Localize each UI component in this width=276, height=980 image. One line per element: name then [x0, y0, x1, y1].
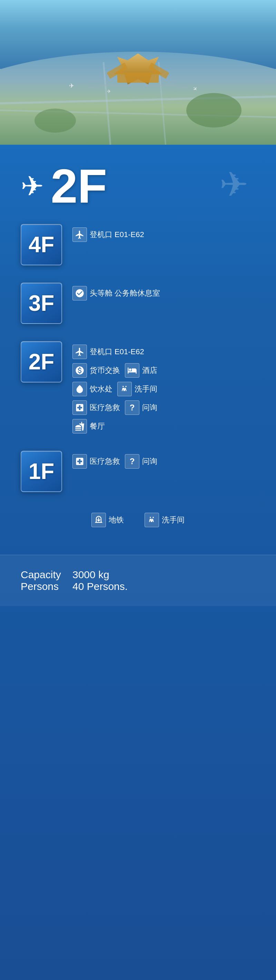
restroom-icon-2f [117, 382, 132, 396]
floor-services-1f: 医疗急救 ? 问询 [72, 451, 255, 469]
restaurant-label: 餐厅 [90, 421, 105, 431]
medical-label-2f: 医疗急救 [90, 402, 120, 413]
service-row-2f-5: 餐厅 [72, 419, 255, 433]
service-water-2f: 饮水处 [72, 382, 112, 396]
water-fountain-icon [72, 382, 87, 396]
restroom-label-bottom: 洗手间 [162, 515, 185, 525]
persons-value: 40 Persons. [72, 581, 128, 592]
hero-image: ✈ ✈ ✈ [0, 0, 276, 145]
water-fountain-label: 饮水处 [90, 384, 112, 394]
restroom-icon-bottom [145, 513, 159, 527]
boarding-gate-label-4f: 登机口 E01-E62 [90, 229, 144, 240]
boarding-gate-icon-2f [72, 345, 87, 359]
service-restroom-2f: 洗手间 [117, 382, 157, 396]
floor-services-4f: 登机口 E01-E62 [72, 224, 255, 242]
metro-icon [91, 513, 106, 527]
currency-exchange-icon [72, 363, 87, 378]
plane-icon-main: ✈ [21, 170, 44, 202]
service-row: 头等舱 公务舱休息室 [72, 286, 255, 301]
service-inquiry-2f: ? 问询 [125, 401, 157, 415]
service-firstclass-3f: 头等舱 公务舱休息室 [72, 286, 160, 301]
floor-badge-4f: 4F [21, 224, 62, 265]
capacity-section: Capacity 3000 kg Persons 40 Persons. [0, 555, 276, 606]
floor-badge-1f: 1F [21, 451, 62, 492]
boarding-gate-label-2f: 登机口 E01-E62 [90, 347, 144, 357]
current-floor-header: ✈ 2F ✈ [21, 145, 255, 224]
floor-section-1f: 1F 医疗急救 ? 问询 [21, 451, 255, 492]
restaurant-icon [72, 419, 87, 433]
service-row-2f-3: 饮水处 洗手间 [72, 382, 255, 396]
service-row-2f-1: 登机口 E01-E62 [72, 345, 255, 359]
service-row-2f-2: 货币交换 酒店 [72, 363, 255, 378]
firstclass-lounge-icon [72, 286, 87, 301]
service-inquiry-1f: ? 问询 [125, 454, 157, 469]
floor-section-2f: 2F 登机口 E01-E62 货币交换 [21, 341, 255, 433]
capacity-line-1: Capacity 3000 kg [21, 569, 255, 581]
service-currency-2f: 货币交换 [72, 363, 120, 378]
svg-point-11 [35, 108, 76, 133]
inquiry-label-2f: 问询 [142, 402, 157, 413]
service-boarding-2f: 登机口 E01-E62 [72, 345, 144, 359]
floor-badge-2f: 2F [21, 341, 62, 382]
service-row-1f-1: 医疗急救 ? 问询 [72, 454, 255, 469]
hotel-icon [125, 363, 139, 378]
service-row: 登机口 E01-E62 [72, 228, 255, 242]
bottom-services: 地铁 洗手间 [21, 513, 255, 527]
service-hotel-2f: 酒店 [125, 363, 157, 378]
firstclass-lounge-label: 头等舱 公务舱休息室 [90, 288, 160, 298]
persons-label: Persons [21, 581, 62, 592]
service-row-2f-4: 医疗急救 ? 问询 [72, 401, 255, 415]
floor-services-2f: 登机口 E01-E62 货币交换 酒店 [72, 341, 255, 433]
service-metro: 地铁 [91, 513, 124, 527]
capacity-value: 3000 kg [72, 569, 109, 581]
main-content: ✈ 2F ✈ 4F 登机口 E01-E62 3F [0, 145, 276, 980]
capacity-label: Capacity [21, 569, 62, 581]
service-boarding-4f: 登机口 E01-E62 [72, 228, 144, 242]
svg-text:✈: ✈ [69, 82, 74, 89]
plane-icon-ghost: ✈ [219, 164, 248, 205]
service-medical-1f: 医疗急救 [72, 454, 120, 469]
floor-services-3f: 头等舱 公务舱休息室 [72, 283, 255, 301]
floor-section-4f: 4F 登机口 E01-E62 [21, 224, 255, 265]
inquiry-icon-2f: ? [125, 401, 139, 415]
svg-text:✈: ✈ [107, 89, 111, 94]
medical-label-1f: 医疗急救 [90, 456, 120, 466]
inquiry-icon-1f: ? [125, 454, 139, 469]
medical-icon-2f [72, 401, 87, 415]
service-restaurant-2f: 餐厅 [72, 419, 105, 433]
svg-rect-7 [117, 72, 159, 83]
boarding-gate-icon [72, 228, 87, 242]
metro-label: 地铁 [108, 515, 124, 525]
inquiry-label-1f: 问询 [142, 456, 157, 466]
service-restroom-bottom: 洗手间 [145, 513, 185, 527]
currency-exchange-label: 货币交换 [90, 365, 120, 375]
current-floor-number: 2F [51, 162, 107, 210]
floor-section-3f: 3F 头等舱 公务舱休息室 [21, 283, 255, 324]
svg-point-10 [186, 93, 241, 127]
medical-icon-1f [72, 454, 87, 469]
hotel-label: 酒店 [142, 365, 157, 375]
service-medical-2f: 医疗急救 [72, 401, 120, 415]
floor-badge-3f: 3F [21, 283, 62, 324]
capacity-line-2: Persons 40 Persons. [21, 581, 255, 592]
restroom-label-2f: 洗手间 [134, 384, 157, 394]
